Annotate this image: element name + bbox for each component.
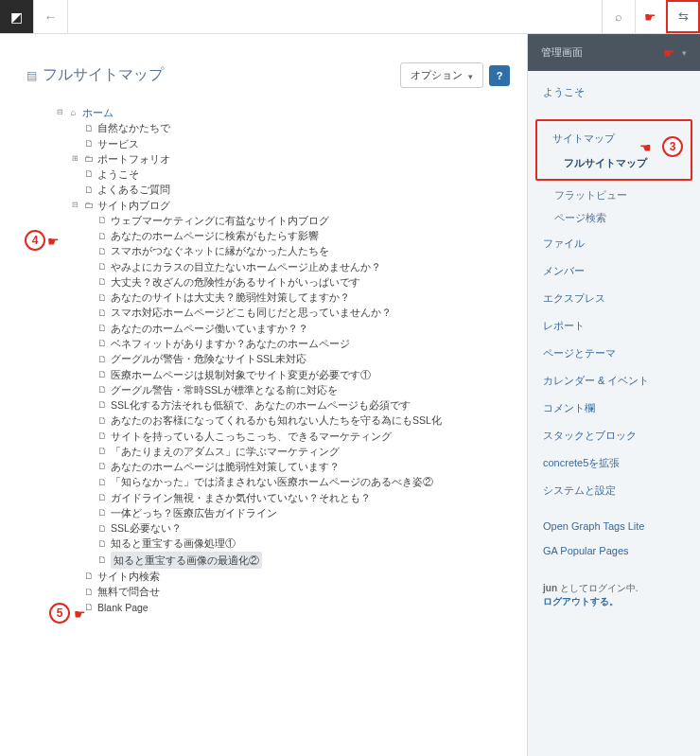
sidebar-header[interactable]: 管理画面 ▾ — [528, 34, 700, 71]
sidebar-item[interactable]: カレンダー & イベント — [528, 367, 700, 395]
tree-label: サービス — [97, 136, 139, 151]
tree-node[interactable]: 🗋SSL必要ない？ — [96, 520, 510, 536]
chevron-down-icon: ▾ — [682, 48, 687, 58]
tree-node[interactable]: 🗋グーグル警告・常時SSLが標準となる前に対応を — [96, 382, 510, 397]
tree-node[interactable]: 🗋サイトを持っている人こっちこっち、できるマーケティング — [96, 429, 510, 444]
options-button[interactable]: オプション — [400, 62, 483, 88]
tree-node[interactable]: 🗋あなたのホームページは脆弱性対策しています？ — [96, 459, 510, 474]
pointer-icon — [663, 48, 676, 58]
tree-node[interactable]: 🗋あなたのホームページに検索がもたらす影響 — [96, 228, 510, 243]
sidebar-extra-item[interactable]: GA Popular Pages — [528, 538, 700, 563]
tree-node[interactable]: 🗋無料で問合せ — [70, 584, 510, 599]
tree-node[interactable]: 🗋知ると重宝する画像の最適化② — [96, 552, 510, 569]
tree-label: サイト内検索 — [97, 569, 160, 584]
tree-label: あなたのサイトは大丈夫？脆弱性対策してますか？ — [111, 290, 350, 305]
app-logo[interactable]: ◩ — [0, 0, 34, 33]
search-button[interactable]: ⌕ — [602, 0, 636, 33]
tree-node[interactable]: 🗋サイト内検索 — [70, 569, 510, 584]
sidebar-item[interactable]: システムと設定 — [528, 477, 700, 504]
tree-node[interactable]: 🗋ガイドライン無視・まさか気付いていない？それとも？ — [96, 490, 510, 505]
tree-node[interactable]: 🗋自然なかたちで — [70, 120, 510, 135]
sidebar-subitem[interactable]: フラットビュー — [528, 185, 700, 207]
sidebar-item[interactable]: メンバー — [528, 257, 700, 285]
page-icon: 🗋 — [83, 167, 94, 182]
sidebar-item-sitemap[interactable]: サイトマップ — [537, 125, 691, 152]
tree-node[interactable]: 🗋スマホがつなぐネットに縁がなかった人たちを — [96, 243, 510, 258]
sidebar-group-sitemap: サイトマップフルサイトマップ — [535, 119, 692, 181]
tree-label: 知ると重宝する画像処理① — [111, 536, 236, 551]
page-icon: 🗋 — [96, 444, 107, 459]
page-icon: 🗋 — [96, 505, 107, 520]
tree-node[interactable]: 🗋Blank Page — [70, 600, 510, 615]
tree-label: 「知らなかった」では済まされない医療ホームページのあるべき姿② — [111, 474, 433, 489]
tree-node[interactable]: 🗋知ると重宝する画像処理① — [96, 536, 510, 551]
tree-label: 大丈夫？改ざんの危険性があるサイトがいっぱいです — [111, 274, 360, 290]
sidebar-item[interactable]: スタックとブロック — [528, 422, 700, 449]
tree-node[interactable]: 🗋グーグルが警告・危険なサイトSSL未対応 — [96, 351, 510, 366]
back-button[interactable]: ← — [34, 0, 68, 33]
sitemap-tree: ⊟ ⌂ ホーム 🗋自然なかたちで🗋サービス⊞🗀ポートフォリオ🗋ようこそ🗋よくある… — [17, 105, 510, 615]
pointer-icon — [644, 12, 657, 22]
expand-icon[interactable]: ⊞ — [70, 153, 79, 165]
page-icon: 🗋 — [96, 274, 107, 290]
page-icon: 🗋 — [96, 290, 107, 306]
page-icon: 🗋 — [83, 136, 94, 151]
tree-node[interactable]: 🗋あなたのサイトは大丈夫？脆弱性対策してますか？ — [96, 290, 510, 305]
dashboard-toggle-button[interactable]: ⇆ — [666, 0, 700, 33]
page-icon: 🗋 — [96, 213, 107, 228]
tree-node[interactable]: 🗋サービス — [70, 136, 510, 151]
tree-label: ガイドライン無視・まさか気付いていない？それとも？ — [111, 490, 371, 505]
tree-node[interactable]: 🗋ようこそ — [70, 167, 510, 182]
tree-label: 医療ホームページは規制対象でサイト変更が必要です① — [111, 367, 371, 382]
collapse-icon[interactable]: ⊟ — [70, 200, 79, 211]
tree-label: スマホ対応ホームページどこも同じだと思っていませんか？ — [111, 305, 392, 320]
tree-label: グーグル警告・常時SSLが標準となる前に対応を — [111, 382, 338, 397]
tree-label: 知ると重宝する画像の最適化② — [111, 552, 262, 569]
collapse-icon[interactable]: ⊟ — [55, 107, 64, 118]
dashboard-sidebar: 管理画面 ▾ ようこそサイトマップフルサイトマップフラットビューページ検索ファイ… — [527, 34, 700, 756]
page-icon: 🗋 — [96, 229, 107, 244]
tree-label: サイトを持っている人こっちこっち、できるマーケティング — [111, 429, 392, 444]
tree-root[interactable]: ⊟ ⌂ ホーム — [55, 105, 510, 120]
tree-label: あなたのホームページは脆弱性対策しています？ — [111, 459, 340, 474]
tree-node[interactable]: 🗋あなたのお客様になってくれるかも知れない人たちを守る為にもSSL化 — [96, 413, 510, 428]
page-icon: 🗋 — [96, 413, 107, 429]
tree-node[interactable]: 🗋「あたりまえのアダムス」に学ぶマーケティング — [96, 444, 510, 459]
sidebar-extra-item[interactable]: Open Graph Tags Lite — [528, 514, 700, 538]
tree-node[interactable]: 🗋大丈夫？改ざんの危険性があるサイトがいっぱいです — [96, 274, 510, 290]
page-icon: 🗋 — [83, 585, 94, 600]
tree-node[interactable]: 🗋「知らなかった」では済まされない医療ホームページのあるべき姿② — [96, 474, 510, 489]
help-button[interactable]: ? — [489, 65, 510, 86]
page-icon: 🗋 — [96, 382, 107, 397]
sidebar-subitem[interactable]: ページ検索 — [528, 207, 700, 230]
search-icon: ⌕ — [615, 9, 622, 24]
sidebar-item[interactable]: ファイル — [528, 230, 700, 257]
logout-link[interactable]: ログアウトする。 — [543, 595, 685, 608]
sidebar-item[interactable]: コメント欄 — [528, 395, 700, 422]
tree-label: スマホがつなぐネットに縁がなかった人たちを — [111, 243, 329, 258]
sidebar-item[interactable]: レポート — [528, 312, 700, 340]
tree-node[interactable]: 🗋スマホ対応ホームページどこも同じだと思っていませんか？ — [96, 305, 510, 320]
tree-node[interactable]: 🗋一体どっち？医療広告ガイドライン — [96, 505, 510, 520]
sidebar-item[interactable]: concrete5を拡張 — [528, 449, 700, 477]
sidebar-item[interactable]: エクスプレス — [528, 285, 700, 312]
tree-node[interactable]: 🗋あなたのホームページ働いていますか？？ — [96, 321, 510, 336]
tree-node[interactable]: 🗋ベネフィットがありますか？あなたのホームページ — [96, 336, 510, 351]
user-indicator[interactable] — [636, 0, 666, 33]
folder-icon: 🗀 — [83, 198, 94, 213]
page-icon: 🗋 — [96, 367, 107, 382]
sidebar-item[interactable]: ページとテーマ — [528, 340, 700, 367]
sidebar-item[interactable]: ようこそ — [528, 79, 700, 106]
sidebar-subitem-full-sitemap[interactable]: フルサイトマップ — [537, 152, 691, 175]
tree-node[interactable]: 🗋やみよにカラスの目立たないホームページ止めませんか？ — [96, 259, 510, 274]
tree-node[interactable]: 🗋ウェブマーケティングに有益なサイト内ブログ — [96, 213, 510, 228]
tree-node[interactable]: ⊞🗀ポートフォリオ — [70, 151, 510, 167]
tree-node[interactable]: 🗋SSL化する方法それも低額で、あなたのホームページも必須です — [96, 397, 510, 413]
tree-node[interactable]: 🗋よくあるご質問 — [70, 182, 510, 197]
page-icon: 🗋 — [96, 553, 107, 568]
page-icon: 🗋 — [96, 352, 107, 367]
tree-node[interactable]: ⊟🗀サイト内ブログ — [70, 198, 510, 213]
page-icon: 🗋 — [96, 397, 107, 413]
page-icon: 🗋 — [96, 259, 107, 274]
tree-node[interactable]: 🗋医療ホームページは規制対象でサイト変更が必要です① — [96, 367, 510, 382]
